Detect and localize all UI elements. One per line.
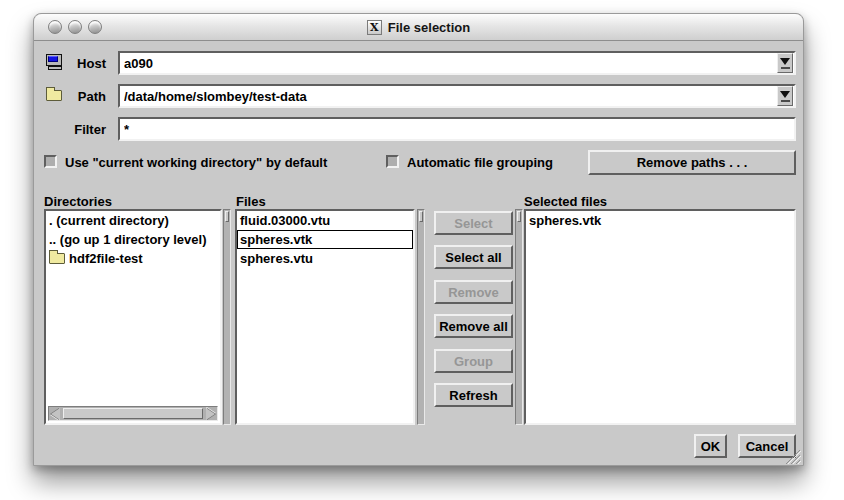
combo-line — [781, 100, 790, 102]
directory-item-current[interactable]: . (current directory) — [46, 211, 220, 230]
directory-name: . (current directory) — [49, 211, 169, 230]
directory-name: hdf2file-test — [69, 249, 143, 268]
selected-file-item[interactable]: spheres.vtk — [526, 211, 794, 230]
file-item[interactable]: spheres.vtu — [237, 249, 413, 268]
selected-files-vertical-scrollbar[interactable] — [515, 209, 523, 425]
selected-files-label: Selected files — [524, 194, 607, 209]
file-name: spheres.vtk — [240, 230, 312, 249]
filter-input[interactable] — [118, 117, 796, 141]
files-vertical-scrollbar[interactable] — [417, 209, 425, 425]
scrollbar-thumb[interactable] — [225, 211, 229, 222]
chevron-down-icon — [780, 91, 790, 98]
combo-line — [781, 67, 790, 69]
path-dropdown-button[interactable] — [777, 86, 793, 106]
directories-label: Directories — [44, 194, 112, 209]
window-title: File selection — [388, 20, 470, 35]
scrollbar-thumb[interactable] — [419, 211, 423, 222]
select-all-button[interactable]: Select all — [434, 245, 513, 269]
path-input[interactable] — [118, 84, 796, 108]
remove-button[interactable]: Remove — [434, 280, 513, 304]
scrollbar-thumb[interactable] — [517, 211, 521, 222]
resize-grip[interactable] — [784, 450, 801, 464]
directories-vertical-scrollbar[interactable] — [223, 209, 231, 425]
path-label: Path — [54, 89, 106, 104]
file-name: spheres.vtu — [240, 249, 313, 268]
files-label: Files — [236, 194, 266, 209]
files-list[interactable]: fluid.03000.vtu spheres.vtk spheres.vtu — [235, 209, 415, 425]
file-name: fluid.03000.vtu — [240, 211, 330, 230]
directory-name: .. (go up 1 directory level) — [49, 230, 206, 249]
host-label: Host — [54, 56, 106, 71]
file-selection-window: X File selection Host Path Filter Use "c… — [33, 13, 804, 466]
scrollbar-thumb[interactable] — [63, 408, 203, 419]
filter-label: Filter — [54, 122, 106, 137]
group-button[interactable]: Group — [434, 349, 513, 373]
x11-icon: X — [367, 20, 382, 35]
directory-item-up[interactable]: .. (go up 1 directory level) — [46, 230, 220, 249]
selected-files-list[interactable]: spheres.vtk — [524, 209, 796, 425]
auto-grouping-label: Automatic file grouping — [407, 155, 553, 170]
refresh-button[interactable]: Refresh — [434, 383, 513, 407]
use-cwd-label: Use "current working directory" by defau… — [65, 155, 327, 170]
host-input[interactable] — [118, 51, 796, 75]
file-name: spheres.vtk — [529, 211, 601, 230]
directory-item[interactable]: hdf2file-test — [46, 249, 220, 268]
ok-button[interactable]: OK — [694, 434, 727, 458]
remove-all-button[interactable]: Remove all — [434, 314, 513, 338]
file-item[interactable]: fluid.03000.vtu — [237, 211, 413, 230]
directories-horizontal-scrollbar[interactable] — [48, 406, 218, 421]
use-cwd-checkbox[interactable] — [44, 155, 57, 168]
host-dropdown-button[interactable] — [777, 53, 793, 73]
folder-icon — [49, 253, 65, 264]
remove-paths-button[interactable]: Remove paths . . . — [588, 150, 796, 175]
titlebar[interactable]: X File selection — [34, 14, 803, 41]
file-item-selected[interactable]: spheres.vtk — [237, 230, 413, 249]
scroll-left-arrow-icon[interactable] — [49, 407, 62, 420]
chevron-down-icon — [780, 58, 790, 65]
auto-grouping-checkbox[interactable] — [386, 155, 399, 168]
directories-list[interactable]: . (current directory) .. (go up 1 direct… — [44, 209, 222, 425]
scroll-right-arrow-icon[interactable] — [204, 407, 217, 420]
select-button[interactable]: Select — [434, 211, 513, 235]
